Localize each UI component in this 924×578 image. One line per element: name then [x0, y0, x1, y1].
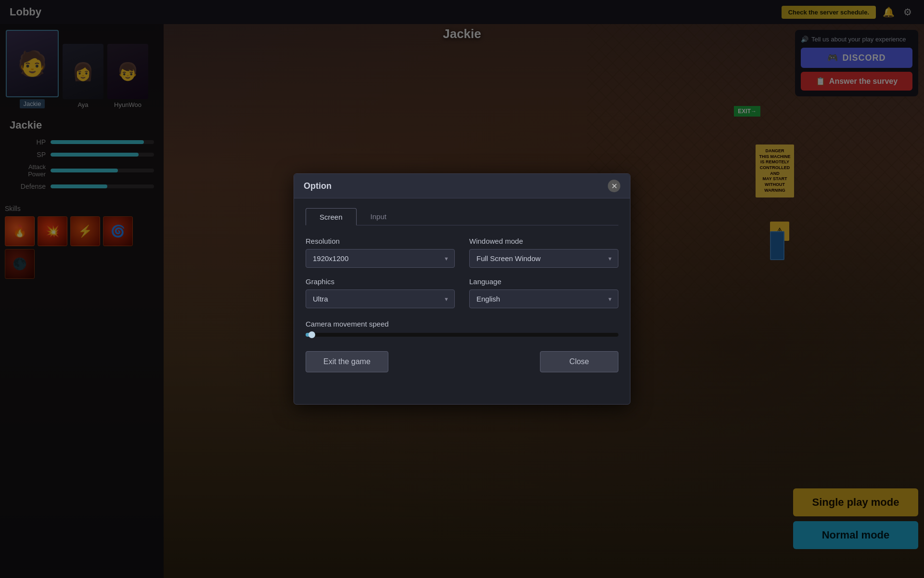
camera-speed-slider[interactable]: [306, 333, 618, 337]
language-group: Language English Korean Japanese Chinese: [469, 277, 618, 308]
tab-input[interactable]: Input: [357, 208, 400, 225]
language-select[interactable]: English Korean Japanese Chinese: [469, 289, 618, 308]
modal-footer: Exit the game Close: [306, 351, 618, 374]
modal-header: Option ✕: [294, 174, 630, 198]
modal-title: Option: [304, 181, 332, 191]
resolution-label: Resolution: [306, 237, 455, 245]
graphics-select[interactable]: Ultra High Medium Low: [306, 289, 455, 308]
close-button[interactable]: Close: [540, 351, 618, 372]
camera-label: Camera movement speed: [306, 320, 618, 328]
camera-section: Camera movement speed: [306, 320, 618, 337]
tab-screen[interactable]: Screen: [306, 208, 357, 225]
graphics-group: Graphics Ultra High Medium Low: [306, 277, 455, 308]
modal-body: Screen Input Resolution 924x578 1920x1…: [294, 198, 630, 384]
resolution-group: Resolution 924x578 1920x1080 1280x720 …: [306, 237, 455, 268]
resolution-select-wrapper: 924x578 1920x1080 1280x720 1024x768: [306, 249, 455, 268]
language-select-wrapper: English Korean Japanese Chinese: [469, 289, 618, 308]
graphics-label: Graphics: [306, 277, 455, 286]
exit-game-button[interactable]: Exit the game: [306, 351, 388, 372]
windowed-select-wrapper: Full Screen Window Windowed Borderless: [469, 249, 618, 268]
resolution-select[interactable]: 924x578 1920x1080 1280x720 1024x768: [306, 249, 455, 268]
windowed-label: Windowed mode: [469, 237, 618, 245]
form-grid: Resolution 924x578 1920x1080 1280x720 …: [306, 237, 618, 308]
windowed-select[interactable]: Full Screen Window Windowed Borderless: [469, 249, 618, 268]
option-modal: Option ✕ Screen Input Resolution 1920x12…: [294, 173, 630, 405]
camera-speed-thumb[interactable]: [308, 331, 315, 338]
modal-overlay: Option ✕ Screen Input Resolution 1920x12…: [0, 0, 924, 578]
modal-tabs: Screen Input: [306, 208, 618, 225]
language-label: Language: [469, 277, 618, 286]
modal-close-button[interactable]: ✕: [608, 180, 620, 192]
graphics-select-wrapper: Ultra High Medium Low: [306, 289, 455, 308]
windowed-group: Windowed mode Full Screen Window Windowe…: [469, 237, 618, 268]
